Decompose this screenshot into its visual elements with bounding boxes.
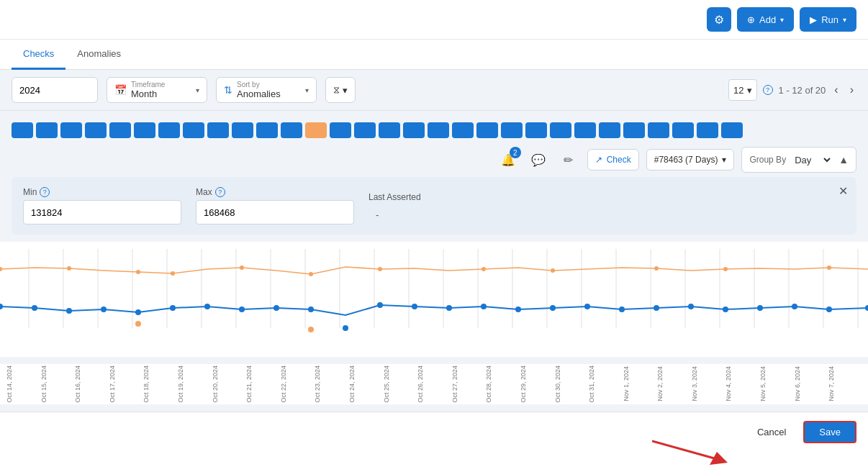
x-axis-label: Oct 28, 2024 — [485, 366, 520, 403]
group-by-label: Group By — [749, 155, 786, 165]
svg-point-58 — [723, 307, 728, 312]
timeframe-dropdown[interactable]: 📅 Timeframe Month ▾ — [107, 77, 207, 103]
svg-point-39 — [66, 308, 72, 314]
prev-page-button[interactable]: ‹ — [831, 81, 841, 99]
chip-item[interactable] — [672, 122, 694, 138]
tab-anomalies[interactable]: Anomalies — [65, 40, 132, 70]
run-button[interactable]: ▶ Run ▾ — [800, 7, 856, 32]
chip-item[interactable] — [428, 122, 449, 138]
chip-item[interactable] — [476, 122, 498, 138]
max-help-icon[interactable]: ? — [215, 187, 225, 197]
check-id-dropdown[interactable]: #78463 (7 Days) ▾ — [646, 149, 735, 171]
svg-point-36 — [827, 266, 831, 270]
add-button[interactable]: ⊕ Add ▾ — [737, 7, 794, 32]
svg-point-53 — [550, 305, 556, 311]
x-axis-label: Oct 26, 2024 — [417, 366, 451, 403]
play-icon: ▶ — [810, 14, 817, 25]
svg-point-44 — [239, 307, 245, 312]
chevron-down-icon: ▾ — [722, 155, 726, 165]
x-axis-label: Oct 16, 2024 — [74, 366, 109, 403]
sort-icon: ⇅ — [224, 84, 232, 96]
min-input[interactable] — [23, 200, 181, 224]
chip-item[interactable] — [12, 122, 33, 138]
x-axis-label: Oct 24, 2024 — [348, 366, 383, 403]
calendar-icon: 📅 — [114, 84, 127, 96]
chart-area — [0, 242, 868, 357]
chip-item[interactable] — [648, 122, 669, 138]
x-axis-label: Oct 27, 2024 — [451, 366, 486, 403]
svg-point-45 — [273, 305, 279, 311]
chip-item[interactable] — [60, 122, 82, 138]
svg-point-50 — [446, 305, 452, 311]
notifications-button[interactable]: 🔔 2 — [497, 148, 520, 171]
chip-item[interactable] — [525, 122, 547, 138]
plus-icon: ⊕ — [747, 14, 755, 25]
svg-point-31 — [378, 267, 382, 271]
svg-point-33 — [551, 268, 555, 273]
x-axis-label: Nov 7, 2024 — [828, 366, 862, 403]
chip-item[interactable] — [207, 122, 229, 138]
min-help-icon[interactable]: ? — [40, 187, 50, 197]
tab-checks[interactable]: Checks — [12, 40, 65, 70]
sortby-dropdown[interactable]: ⇅ Sort by Anomalies ▾ — [216, 77, 317, 103]
max-input[interactable] — [196, 200, 354, 224]
x-axis-label: Oct 31, 2024 — [588, 366, 623, 403]
filter-button[interactable]: ⧖ ▾ — [325, 77, 356, 103]
chip-item[interactable] — [574, 122, 596, 138]
x-axis-label: Oct 29, 2024 — [520, 366, 554, 403]
filter-bar: 📅 Timeframe Month ▾ ⇅ Sort by Anomalies … — [0, 70, 868, 111]
help-icon[interactable]: ? — [763, 85, 773, 95]
chip-item[interactable] — [599, 122, 620, 138]
x-axis-label: Oct 22, 2024 — [280, 366, 315, 403]
x-axis-label: Oct 21, 2024 — [245, 366, 280, 403]
share-button[interactable]: 💬 — [527, 148, 550, 171]
chip-item[interactable] — [36, 122, 58, 138]
cancel-button[interactable]: Cancel — [747, 422, 796, 442]
chip-item[interactable] — [256, 122, 278, 138]
search-input[interactable] — [12, 77, 98, 103]
svg-point-61 — [826, 307, 832, 312]
form-area: ✕ Min ? Max ? Last Asserted - — [12, 177, 856, 235]
chip-item[interactable] — [697, 122, 718, 138]
chip-item[interactable] — [403, 122, 425, 138]
group-by-select[interactable]: Day Week Month — [792, 154, 833, 166]
chip-item[interactable] — [623, 122, 645, 138]
settings-button[interactable]: ⚙ — [707, 7, 731, 32]
chip-item[interactable] — [158, 122, 180, 138]
tabs-bar: Checks Anomalies — [0, 40, 868, 70]
chevron-down-icon: ▾ — [305, 86, 309, 94]
svg-point-55 — [619, 307, 625, 312]
svg-point-37 — [0, 304, 3, 309]
svg-point-27 — [136, 270, 140, 274]
chip-item[interactable] — [183, 122, 204, 138]
close-button[interactable]: ✕ — [838, 184, 848, 198]
chip-item[interactable] — [330, 122, 351, 138]
svg-point-51 — [481, 304, 487, 309]
last-asserted-value: - — [369, 205, 421, 224]
chip-item[interactable] — [85, 122, 107, 138]
max-field: Max ? — [196, 187, 354, 224]
next-page-button[interactable]: › — [847, 81, 856, 99]
chip-item[interactable] — [281, 122, 302, 138]
chip-item[interactable] — [134, 122, 155, 138]
svg-point-54 — [584, 304, 590, 309]
collapse-button[interactable]: ▲ — [838, 154, 849, 165]
per-page-select[interactable]: 12 ▾ — [728, 79, 756, 101]
chip-item[interactable] — [379, 122, 400, 138]
main-content: 🔔 2 💬 ✏ ↗ Check #78463 (7 Days) ▾ Group … — [0, 111, 868, 412]
chip-item[interactable] — [109, 122, 131, 138]
x-axis-label: Oct 25, 2024 — [383, 366, 417, 403]
check-dropdown[interactable]: ↗ Check — [587, 149, 639, 171]
chip-item[interactable] — [721, 122, 743, 138]
chip-item[interactable] — [501, 122, 523, 138]
chip-item[interactable] — [452, 122, 474, 138]
save-button[interactable]: Save — [803, 421, 856, 443]
chip-item[interactable] — [232, 122, 253, 138]
chip-item[interactable] — [305, 122, 327, 138]
x-axis-label: Oct 14, 2024 — [6, 366, 40, 403]
edit-button[interactable]: ✏ — [557, 148, 580, 171]
svg-point-48 — [377, 302, 383, 308]
svg-point-32 — [482, 267, 486, 271]
chip-item[interactable] — [354, 122, 376, 138]
chip-item[interactable] — [550, 122, 571, 138]
